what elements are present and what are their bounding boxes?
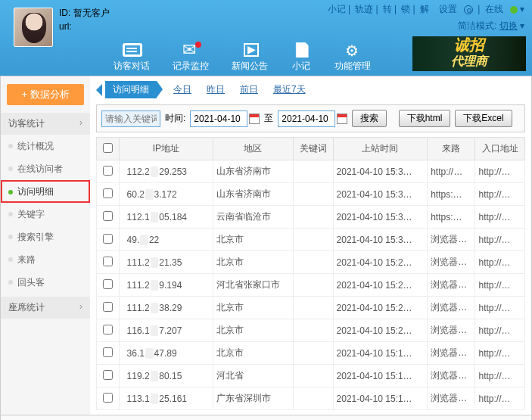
cell-keyword xyxy=(293,206,333,229)
simple-mode-label: 简洁模式: xyxy=(458,20,496,31)
cell-keyword xyxy=(293,183,333,206)
cell-region: 广东省深圳市 xyxy=(213,387,294,410)
link-suo[interactable]: 锁 xyxy=(401,4,410,14)
download-excel-button[interactable]: 下载Excel xyxy=(455,110,512,127)
nav-chat[interactable]: 访客对话 xyxy=(114,42,150,73)
row-checkbox[interactable] xyxy=(103,279,113,289)
sidebar-item[interactable]: 回头客 xyxy=(1,271,90,294)
gear-icon[interactable] xyxy=(464,5,473,14)
calendar-icon[interactable] xyxy=(337,114,347,124)
sidebar-item[interactable]: 来路 xyxy=(1,248,90,271)
link-zhuan[interactable]: 转 xyxy=(383,4,392,14)
link-guiji[interactable]: 轨迹 xyxy=(355,4,373,14)
link-online[interactable]: 在线 xyxy=(485,4,503,14)
nav-news[interactable]: 新闻公告 xyxy=(232,42,268,73)
visitor-stats-label: 访客统计 xyxy=(8,118,45,129)
date-to-input[interactable] xyxy=(278,110,335,127)
table-row: 116.117.207北京市2021-04-10 15:2…浏览器…http:/… xyxy=(97,319,525,342)
sidebar-item[interactable]: 统计概况 xyxy=(1,135,90,157)
simple-mode: 简洁模式: 切换 ▾ xyxy=(458,20,524,33)
simple-mode-toggle[interactable]: 切换 xyxy=(499,20,518,31)
nav-note-label: 小记 xyxy=(292,60,310,73)
cell-referer: 浏览器… xyxy=(428,319,475,342)
nav-news-label: 新闻公告 xyxy=(232,60,268,73)
cell-region: 北京市 xyxy=(213,342,294,365)
tab-last7days[interactable]: 最近7天 xyxy=(267,82,312,98)
row-checkbox[interactable] xyxy=(103,393,113,403)
cell-region: 北京市 xyxy=(213,297,294,319)
row-checkbox[interactable] xyxy=(103,188,113,198)
row-checkbox[interactable] xyxy=(103,234,113,244)
sidebar-item[interactable]: 在线访问者 xyxy=(1,157,90,180)
col-referer: 来路 xyxy=(428,138,475,160)
cell-keyword xyxy=(293,297,333,319)
nav-func[interactable]: 功能管理 xyxy=(334,42,371,73)
row-checkbox[interactable] xyxy=(103,302,113,312)
nav-monitor[interactable]: 记录监控 xyxy=(173,42,209,73)
nav-note[interactable]: 小记 xyxy=(291,42,312,73)
sidebar-item[interactable]: 关键字 xyxy=(1,203,90,226)
tab-today[interactable]: 今日 xyxy=(167,82,198,98)
gear-nav-icon xyxy=(342,42,363,58)
top-right-links: 小记| 轨迹| 转| 锁| 解 设置 | 在线 ▾ xyxy=(325,3,524,16)
cell-entry: http://… xyxy=(475,387,525,410)
row-checkbox[interactable] xyxy=(103,325,113,334)
table-row: 111.2021.35北京市2021-04-10 15:2…浏览器…http:/… xyxy=(97,251,525,274)
sidebar: + 数据分析 访客统计› 统计概况在线访问者访问明细关键字搜索引擎来路回头客 座… xyxy=(1,76,90,415)
cell-referer: 浏览器… xyxy=(428,229,475,251)
download-html-button[interactable]: 下载html xyxy=(399,110,451,127)
link-settings[interactable]: 设置 xyxy=(439,4,457,14)
cell-time: 2021-04-10 15:1… xyxy=(333,342,428,365)
cell-entry: http://… xyxy=(475,251,525,274)
date-from-input[interactable] xyxy=(190,110,247,127)
cell-ip: 111.2038.29 xyxy=(119,297,213,319)
link-xiaoji[interactable]: 小记 xyxy=(328,4,346,14)
row-checkbox[interactable] xyxy=(103,370,113,380)
cell-entry: http://… xyxy=(475,183,525,206)
cell-time: 2021-04-10 15:1… xyxy=(333,387,428,410)
filter-bar: 时间: 至 搜索 下载html 下载Excel xyxy=(96,104,525,132)
table-row: 60.213.172山东省济南市2021-04-10 15:3…https:…h… xyxy=(97,183,525,206)
sidebar-item[interactable]: 搜索引擎 xyxy=(1,226,90,248)
sidebar-item[interactable]: 访问明细 xyxy=(1,180,90,203)
calendar-icon[interactable] xyxy=(249,114,260,124)
cell-time: 2021-04-10 15:3… xyxy=(333,229,428,251)
search-button[interactable]: 搜索 xyxy=(352,110,387,127)
col-keyword: 关键词 xyxy=(293,138,333,160)
cell-entry: http://… xyxy=(475,319,525,342)
row-checkbox[interactable] xyxy=(103,257,113,266)
nav-func-label: 功能管理 xyxy=(334,60,371,73)
table-row: 112.1105.184云南省临沧市2021-04-10 15:3…https:… xyxy=(97,206,525,229)
cell-ip: 111.229.194 xyxy=(119,274,213,297)
data-analysis-button[interactable]: + 数据分析 xyxy=(7,84,84,105)
avatar[interactable] xyxy=(14,8,53,47)
cell-entry: http://… xyxy=(475,297,525,319)
online-status-icon xyxy=(510,6,518,14)
row-checkbox[interactable] xyxy=(103,211,113,221)
tab-daybefore[interactable]: 前日 xyxy=(234,82,264,98)
select-all-checkbox[interactable] xyxy=(103,143,113,153)
row-checkbox[interactable] xyxy=(103,347,113,357)
promo-banner[interactable]: 诚招 代理商 xyxy=(412,36,526,71)
sidebar-section-visitor-stats[interactable]: 访客统计› xyxy=(1,113,90,135)
chevron-right-icon: › xyxy=(79,117,82,128)
row-checkbox[interactable] xyxy=(103,166,113,176)
table-row: 113.1125.161广东省深圳市2021-04-10 15:1…浏览器…ht… xyxy=(97,387,525,410)
date-tabs: 访问明细 今日 昨日 前日 最近7天 xyxy=(96,81,525,98)
cell-time: 2021-04-10 15:2… xyxy=(333,274,428,297)
cell-entry: http://… xyxy=(475,229,525,251)
cell-ip: 113.1125.161 xyxy=(119,387,213,410)
table-row: 119.2580.15河北省2021-04-10 15:1…浏览器…http:/… xyxy=(97,365,525,387)
tab-yesterday[interactable]: 昨日 xyxy=(201,82,231,98)
cell-keyword xyxy=(293,365,333,387)
chat-icon xyxy=(121,42,142,58)
id-value: 暂无客户 xyxy=(73,8,110,18)
tab-current[interactable]: 访问明细 xyxy=(105,81,157,98)
keyword-input[interactable] xyxy=(101,110,160,127)
link-jie[interactable]: 解 xyxy=(420,4,429,14)
sidebar-section-seat-stats[interactable]: 座席统计› xyxy=(1,297,90,319)
cell-referer: 浏览器… xyxy=(428,251,475,274)
visit-table: IP地址 地区 关键词 上站时间 来路 入口地址 112.2329.253山东省… xyxy=(96,137,525,410)
user-info: ID: 暂无客户 url: xyxy=(59,6,110,33)
cell-region: 北京市 xyxy=(213,319,294,342)
